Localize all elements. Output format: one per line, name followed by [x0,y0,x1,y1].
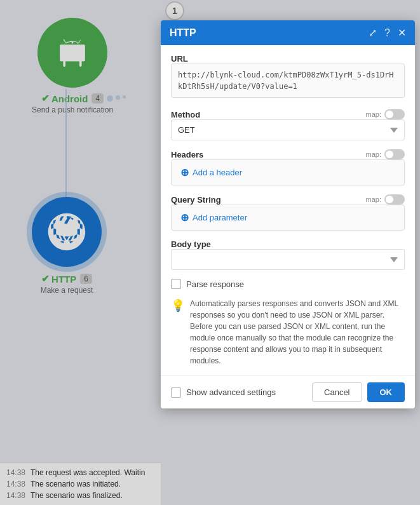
add-header-icon: ⊕ [180,166,189,178]
parse-response-checkbox[interactable] [171,279,181,289]
method-toggle-switch[interactable] [384,109,405,119]
query-string-section: Query String map: ⊕ Add parameter [171,194,405,231]
method-map-label: map: [366,111,381,118]
query-map-label: map: [366,196,381,203]
method-map-toggle: map: [366,109,405,119]
body-type-section: Body type Raw application/x-www-form-url… [171,239,405,270]
show-advanced-checkbox[interactable] [171,387,181,398]
add-param-button[interactable]: ⊕ Add parameter [171,205,405,231]
url-label: URL [171,54,188,64]
query-toggle-switch[interactable] [384,194,405,205]
modal-header: HTTP ⤢ ? ✕ [161,20,415,45]
modal-footer: Show advanced settings Cancel OK [161,375,415,408]
url-input[interactable]: http://blynk-cloud.com/ktmPD08zWxT1yrM_5… [171,64,405,98]
query-string-label: Query String [171,195,221,205]
add-param-label: Add parameter [193,213,247,222]
parse-response-label: Parse response [186,279,244,289]
add-header-button[interactable]: ⊕ Add a header [171,159,405,185]
query-string-label-row: Query String map: [171,194,405,205]
parse-response-row: Parse response [171,279,405,289]
info-box: 💡 Automatically parses responses and con… [171,298,405,367]
body-type-select[interactable]: Raw application/x-www-form-urlencoded mu… [171,249,405,270]
body-type-label-row: Body type [171,239,405,249]
modal-body: URL http://blynk-cloud.com/ktmPD08zWxT1y… [161,45,415,375]
help-icon[interactable]: ? [384,27,390,39]
modal-title: HTTP [170,27,196,39]
method-select[interactable]: GET POST PUT DELETE PATCH [171,119,405,140]
query-string-map-toggle: map: [366,194,405,205]
http-modal: HTTP ⤢ ? ✕ URL http://blynk-cloud.com/kt… [161,20,415,408]
method-section: Method map: GET POST PUT DELETE PATCH [171,109,405,140]
add-param-icon: ⊕ [180,212,189,224]
method-label: Method [171,110,200,119]
footer-actions: Cancel OK [312,382,405,402]
headers-label-row: Headers map: [171,149,405,159]
headers-map-label: map: [366,151,381,158]
info-text: Automatically parses responses and conve… [190,298,405,367]
headers-toggle-switch[interactable] [384,149,405,159]
headers-section: Headers map: ⊕ Add a header [171,149,405,185]
cancel-button[interactable]: Cancel [312,382,362,402]
ok-button[interactable]: OK [367,382,405,402]
headers-label: Headers [171,150,203,159]
url-label-row: URL [171,54,405,64]
headers-map-toggle: map: [366,149,405,159]
show-advanced-row: Show advanced settings [171,387,276,398]
body-type-label: Body type [171,239,211,249]
info-icon: 💡 [171,299,185,367]
expand-icon[interactable]: ⤢ [369,27,377,39]
url-section: URL http://blynk-cloud.com/ktmPD08zWxT1y… [171,54,405,100]
method-label-row: Method map: [171,109,405,119]
show-advanced-label: Show advanced settings [186,387,276,397]
modal-header-actions: ⤢ ? ✕ [369,27,406,39]
close-icon[interactable]: ✕ [398,27,406,39]
add-header-label: Add a header [193,168,242,177]
